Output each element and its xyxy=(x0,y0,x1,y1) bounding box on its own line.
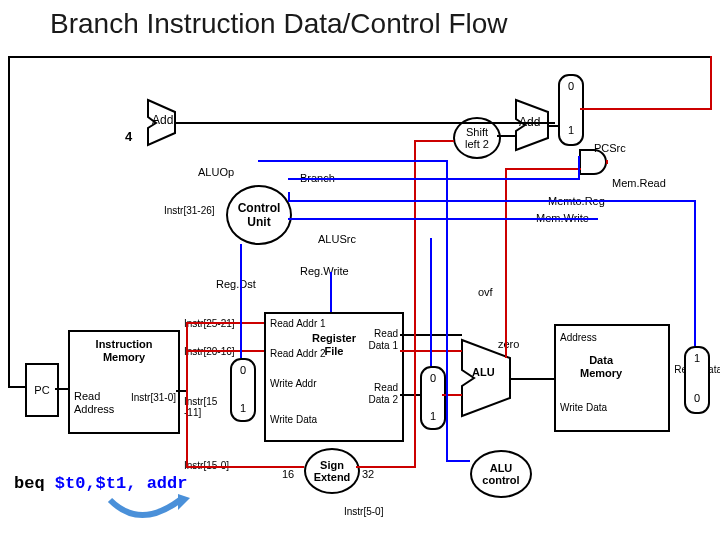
b-mtr-down xyxy=(694,200,696,346)
beq-code: beq $t0,$t1, addr xyxy=(14,474,187,493)
alu-label: ALU xyxy=(472,366,495,378)
mux-alusrc-1: 1 xyxy=(422,410,444,422)
const-four: 4 xyxy=(125,129,132,144)
r-zero-up xyxy=(505,168,507,346)
b-aluop-down xyxy=(446,160,448,460)
instr-31-26: Instr[31-26] xyxy=(164,205,215,216)
r-and-out xyxy=(606,160,608,164)
b-aluop-ac xyxy=(446,460,470,462)
rf-title: Register File xyxy=(304,332,364,357)
b-regwrite-down xyxy=(330,272,332,312)
alu-shape xyxy=(462,340,510,416)
w-pc4-addr xyxy=(175,122,555,124)
pcsrc-mux: 0 1 xyxy=(558,74,584,146)
r-instr-vert xyxy=(186,322,188,468)
alusrc-label: ALUSrc xyxy=(318,233,356,245)
r-zero xyxy=(505,344,507,358)
rf-wa: Write Addr xyxy=(270,378,317,390)
w-alu-dm xyxy=(510,378,554,380)
w1 xyxy=(176,390,186,392)
dm-wd: Write Data xyxy=(560,402,607,414)
memread-label: Mem.Read xyxy=(612,177,666,189)
mux-pc-1: 1 xyxy=(560,124,582,136)
mux-regdst-0: 0 xyxy=(232,364,254,376)
svg-marker-0 xyxy=(178,494,190,510)
instr-15-11: Instr[15 -11] xyxy=(184,396,217,418)
register-file: Read Addr 1 Read Addr 2 Write Addr Write… xyxy=(264,312,404,442)
add1-label: Add xyxy=(152,113,173,127)
w-add2-mux xyxy=(548,125,558,127)
memtoreg-mux: 1 0 xyxy=(684,346,710,414)
rf-rd1: Read Data 1 xyxy=(369,328,398,351)
alusrc-mux: 0 1 xyxy=(420,366,446,430)
rf-ra1: Read Addr 1 xyxy=(270,318,326,330)
w-sl2-add xyxy=(497,135,516,137)
mux-pc-0: 0 xyxy=(560,80,582,92)
zero-label: zero xyxy=(498,338,519,350)
beq-op: beq xyxy=(14,474,55,493)
control-unit: Control Unit xyxy=(226,185,292,245)
pcsrc-label: PCSrc xyxy=(594,142,626,154)
rf-wd: Write Data xyxy=(270,414,317,426)
r-to-ra1 xyxy=(186,322,264,324)
mux-mtr-0: 0 xyxy=(686,392,708,404)
b-memtoreg xyxy=(288,200,694,202)
regdst-label: Reg.Dst xyxy=(216,278,256,290)
b-regdst-down xyxy=(240,244,242,358)
b-branch xyxy=(288,178,578,180)
ovf-label: ovf xyxy=(478,286,493,298)
beq-args: $t0,$t1, addr xyxy=(55,474,188,493)
r-feedback-r xyxy=(710,56,712,110)
r-mux-top xyxy=(580,108,710,110)
r-to-sl2 xyxy=(414,140,454,142)
dm-title: Data Memory xyxy=(580,354,622,379)
sign-extend: Sign Extend xyxy=(304,448,360,494)
b-alusrc-down xyxy=(430,238,432,366)
mux-mtr-1: 1 xyxy=(686,352,708,364)
w-rd2-mux xyxy=(400,394,420,396)
alu-control: ALU control xyxy=(470,450,532,498)
se-32: 32 xyxy=(362,468,374,480)
r-se-out xyxy=(356,466,416,468)
regdst-mux: 0 1 xyxy=(230,358,256,422)
beq-arrow-curve xyxy=(110,500,180,515)
se-16: 16 xyxy=(282,468,294,480)
mux-regdst-1: 1 xyxy=(232,402,254,414)
dm-addr: Address xyxy=(560,332,597,344)
mux-alusrc-0: 0 xyxy=(422,372,444,384)
data-memory: Address Data Memory Write Data Read Data xyxy=(554,324,670,432)
r-to-ra2 xyxy=(186,350,264,352)
aluop-label: ALUOp xyxy=(198,166,234,178)
b-memwrite xyxy=(288,218,598,220)
b-branch-and xyxy=(578,156,580,180)
r-mux-alu xyxy=(442,394,462,396)
b-aluop xyxy=(258,160,448,162)
rf-rd2: Read Data 2 xyxy=(369,382,398,405)
r-to-se xyxy=(186,466,304,468)
r-se-up xyxy=(414,140,416,468)
instr-5-0: Instr[5-0] xyxy=(344,506,383,517)
r-zero-and xyxy=(505,168,581,170)
regwrite-label: Reg.Write xyxy=(300,265,349,277)
